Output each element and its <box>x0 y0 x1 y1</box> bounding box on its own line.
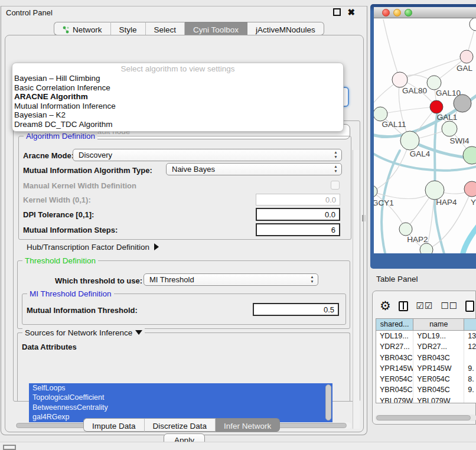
control-panel-title: Control Panel <box>6 8 53 17</box>
network-node-gal[interactable] <box>460 50 473 63</box>
export-table-icon[interactable] <box>465 301 474 312</box>
column-header-name[interactable]: name <box>413 319 464 331</box>
network-node-hap4[interactable] <box>425 181 444 200</box>
network-node-y[interactable] <box>464 181 476 197</box>
algorithm-option[interactable]: Bayesian – K2 <box>12 110 343 120</box>
network-node[interactable] <box>463 146 476 164</box>
attribute-list-item[interactable]: BetweennessCentrality <box>29 403 332 412</box>
mi-threshold-value: 0.5 <box>324 305 334 314</box>
table-row[interactable]: YBL079WYBL079W <box>376 396 476 403</box>
close-icon[interactable]: ✖ <box>347 7 355 18</box>
network-node-gal4[interactable] <box>400 131 419 150</box>
network-node-gal11[interactable] <box>374 107 387 121</box>
network-node[interactable] <box>470 18 476 31</box>
spinner-arrows-icon <box>309 275 315 285</box>
table-row[interactable]: YBR043CYBR043C <box>376 353 476 363</box>
network-node-hap2[interactable] <box>399 223 412 236</box>
table-cell: YDR27... <box>376 341 413 352</box>
attribute-list-item[interactable]: TopologicalCoefficient <box>29 393 332 402</box>
table-hscroll-thumb[interactable] <box>376 415 471 420</box>
select-all-checkboxes-icon[interactable]: ☑☑ <box>416 301 433 311</box>
aracne-mode-combobox[interactable]: Discovery <box>73 149 342 161</box>
mi-algorithm-type-combobox[interactable]: Naive Bayes <box>166 163 342 175</box>
spinner-arrows-icon <box>333 164 338 175</box>
algorithm-option[interactable]: Basic Correlation Inference <box>12 83 343 93</box>
tab-cyni-toolbox[interactable]: Cyni Toolbox <box>185 22 247 35</box>
attribute-list-scrollbar[interactable] <box>325 384 331 420</box>
table-cell: YBR045C <box>376 384 413 395</box>
minimized-panel-button[interactable] <box>3 445 16 450</box>
mi-threshold-field[interactable]: 0.5 <box>253 303 339 316</box>
tab-style[interactable]: Style <box>111 22 146 35</box>
cyni-toolbox-panel: gal-filtered sif default node Select alg… <box>5 35 364 432</box>
table-row[interactable]: YER054CYER054C8. <box>376 374 476 384</box>
cyni-tab-impute-data[interactable]: Impute Data <box>83 418 145 432</box>
table-row[interactable]: YDL19...YDL19...13 <box>376 331 476 341</box>
network-graph[interactable]: GALGAL80GAL10GAL1GAL11SWI4GAL4GCY1HAP4YH… <box>374 18 476 253</box>
deselect-all-checkboxes-icon[interactable]: ☐☐ <box>441 301 458 311</box>
network-node-gal1[interactable] <box>430 100 443 113</box>
data-attributes-label: Data Attributes <box>22 343 77 351</box>
algorithm-option[interactable]: Mutual Information Inference <box>12 102 343 111</box>
sources-group-title[interactable]: Sources for Network Inference <box>22 328 145 337</box>
table-cell: YBR045C <box>413 384 464 395</box>
settings-vertical-scrollbar[interactable] <box>353 150 360 429</box>
close-traffic-light-icon[interactable] <box>382 9 390 17</box>
which-threshold-combobox[interactable]: MI Threshold <box>144 273 318 286</box>
table-row[interactable]: YPR145WYPR145W9. <box>376 363 476 374</box>
network-edge[interactable] <box>383 19 400 80</box>
network-node-swi4[interactable] <box>442 121 457 136</box>
algorithm-option[interactable]: Bayesian – Hill Climbing <box>12 74 343 83</box>
network-window-titlebar <box>374 7 476 18</box>
algorithm-definition-title: Algorithm Definition <box>24 132 97 141</box>
minimize-traffic-light-icon[interactable] <box>393 9 401 17</box>
table-cell: YDR27... <box>413 341 464 352</box>
which-threshold-value: MI Threshold <box>149 275 194 284</box>
panel-divider-grip[interactable] <box>362 215 366 221</box>
expand-right-icon <box>154 243 159 250</box>
tab-jactivemnodules[interactable]: jActiveMNodules <box>247 22 324 35</box>
network-canvas[interactable]: GALGAL80GAL10GAL1GAL11SWI4GAL4GCY1HAP4YH… <box>374 18 476 253</box>
control-panel: Control Panel ✖ NetworkStyleSelectCyni T… <box>1 6 367 435</box>
mi-steps-field[interactable]: 6 <box>256 223 340 236</box>
algorithm-option[interactable]: Dream8 DC_TDC Algorithm <box>12 120 343 129</box>
table-cell: YDL19... <box>413 331 464 341</box>
column-header-partial[interactable] <box>464 319 476 331</box>
manual-kernel-checkbox[interactable] <box>331 181 340 190</box>
network-edge[interactable] <box>374 191 406 229</box>
table-header-row: shared...name <box>376 319 476 331</box>
tab-select[interactable]: Select <box>146 22 185 35</box>
node-label: HAP4 <box>436 198 457 207</box>
network-node-gal80[interactable] <box>392 72 407 87</box>
zoom-traffic-light-icon[interactable] <box>405 9 412 17</box>
cyni-tab-infer-network[interactable]: Infer Network <box>216 418 280 432</box>
network-node[interactable] <box>454 94 471 112</box>
tab-label: Cyni Toolbox <box>193 25 239 34</box>
dpi-tolerance-field[interactable]: 0.0 <box>256 208 340 221</box>
table-cell: 8. <box>464 374 476 384</box>
table-cell: YBR043C <box>413 353 464 363</box>
gear-icon[interactable]: ⚙ <box>380 300 391 312</box>
data-attributes-list[interactable]: SelfLoopsTopologicalCoefficientBetweenne… <box>29 383 332 422</box>
columns-icon[interactable] <box>399 301 409 311</box>
network-edge[interactable] <box>462 225 476 253</box>
tab-network[interactable]: Network <box>54 22 111 35</box>
network-edge[interactable] <box>380 107 436 114</box>
table-row[interactable]: YBR045CYBR045C9. <box>376 384 476 395</box>
control-panel-titlebar: Control Panel ✖ <box>1 6 367 19</box>
table-horizontal-scrollbar[interactable] <box>375 415 476 421</box>
network-node[interactable] <box>420 243 433 253</box>
attribute-list-item[interactable]: SelfLoops <box>29 383 332 393</box>
column-header-shared...[interactable]: shared... <box>376 319 413 331</box>
network-node-gal10[interactable] <box>427 76 441 90</box>
table-panel-title: Table Panel <box>376 275 418 283</box>
float-panel-icon[interactable] <box>333 8 341 16</box>
tab-label: Select <box>154 25 177 34</box>
cyni-tab-discretize-data[interactable]: Discretize Data <box>145 418 216 432</box>
hub-definition-expander[interactable]: Hub/Transcription Factor Definition <box>27 243 159 252</box>
tab-label: jActiveMNodules <box>256 25 315 34</box>
table-row[interactable]: YDR27...YDR27...12 <box>376 341 476 352</box>
algorithm-option[interactable]: ARACNE Algorithm <box>12 92 343 102</box>
spinner-arrows-icon <box>333 150 338 161</box>
kernel-width-field[interactable]: 0.0 <box>256 194 340 206</box>
